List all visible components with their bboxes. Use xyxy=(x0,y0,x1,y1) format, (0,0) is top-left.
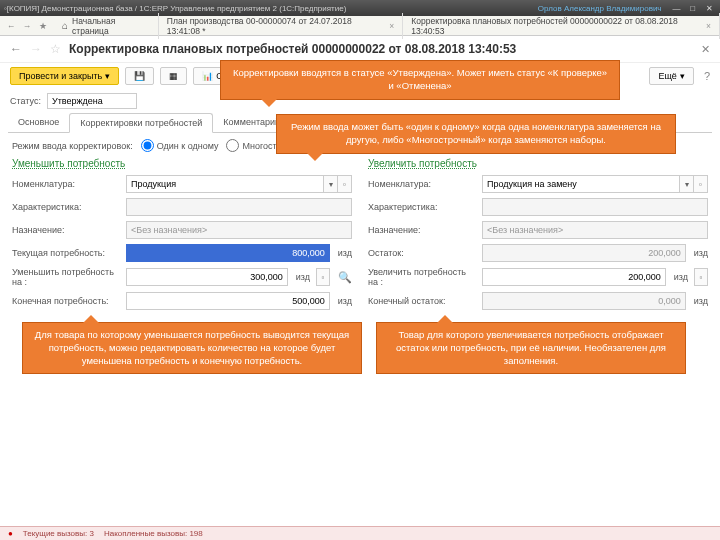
left-current-field[interactable] xyxy=(126,244,330,262)
right-assignment-field xyxy=(482,221,708,239)
nav-fwd-icon[interactable]: → xyxy=(20,19,34,33)
mode-label: Режим ввода корректировок: xyxy=(12,141,133,151)
minimize-icon[interactable]: — xyxy=(670,4,684,13)
back-icon[interactable]: ← xyxy=(10,42,22,56)
left-characteristic-field xyxy=(126,198,352,216)
callout-increase: Товар для которого увеличивается потребн… xyxy=(376,322,686,374)
right-increase-field[interactable] xyxy=(482,268,666,286)
open-icon[interactable]: ▫ xyxy=(338,175,352,193)
status-field[interactable] xyxy=(47,93,137,109)
close-icon[interactable]: ✕ xyxy=(702,4,716,13)
unit-pick-icon[interactable]: ▫ xyxy=(694,268,708,286)
star-icon[interactable]: ☆ xyxy=(50,42,61,56)
accumulated-calls: Накопленные вызовы: 198 xyxy=(104,529,203,538)
decrease-heading: Уменьшить потребность xyxy=(12,158,352,169)
favorite-icon[interactable]: ★ xyxy=(36,19,50,33)
magnifier-icon[interactable]: 🔍 xyxy=(338,271,352,284)
right-final-field xyxy=(482,292,686,310)
tab-plan[interactable]: План производства 00-00000074 от 24.07.2… xyxy=(159,13,403,39)
unit-pick-icon[interactable]: ▫ xyxy=(316,268,330,286)
nav-back-icon[interactable]: ← xyxy=(4,19,18,33)
mode-one-to-one[interactable]: Один к одному xyxy=(141,139,219,152)
post-button[interactable]: ▦ xyxy=(160,67,187,85)
tab-bar: ← → ★ Начальная страница План производст… xyxy=(0,16,720,36)
current-user: Орлов Александр Владимирович xyxy=(538,4,662,13)
open-icon[interactable]: ▫ xyxy=(694,175,708,193)
page-title: Корректировка плановых потребностей 0000… xyxy=(69,42,516,56)
panel-close-icon[interactable]: ✕ xyxy=(701,43,710,56)
decrease-column: Уменьшить потребность Номенклатура:▾▫ Ха… xyxy=(12,158,352,315)
tab-close-icon[interactable]: × xyxy=(706,21,711,31)
left-decrease-field[interactable] xyxy=(126,268,288,286)
status-label: Статус: xyxy=(10,96,41,106)
tab-corrections[interactable]: Корректировки потребностей xyxy=(69,113,213,133)
maximize-icon[interactable]: □ xyxy=(686,4,700,13)
increase-column: Увеличить потребность Номенклатура:▾▫ Ха… xyxy=(368,158,708,315)
tab-home[interactable]: Начальная страница xyxy=(54,13,159,39)
callout-mode: Режим ввода может быть «один к одному» к… xyxy=(276,114,676,154)
help-icon[interactable]: ? xyxy=(704,70,710,82)
tab-correction[interactable]: Корректировка плановых потребностей 0000… xyxy=(403,13,720,39)
document-header: ← → ☆ Корректировка плановых потребносте… xyxy=(0,36,720,63)
window-controls: — □ ✕ xyxy=(670,4,716,13)
status-dot-icon: ● xyxy=(8,529,13,538)
dropdown-icon[interactable]: ▾ xyxy=(680,175,694,193)
more-button[interactable]: Ещё ▾ xyxy=(649,67,693,85)
left-assignment-field xyxy=(126,221,352,239)
tab-main[interactable]: Основное xyxy=(8,113,69,132)
dropdown-icon[interactable]: ▾ xyxy=(324,175,338,193)
right-characteristic-field xyxy=(482,198,708,216)
status-bar: ● Текущие вызовы: 3 Накопленные вызовы: … xyxy=(0,526,720,540)
commit-close-button[interactable]: Провести и закрыть ▾ xyxy=(10,67,119,85)
callout-status: Корректировки вводятся в статусе «Утверж… xyxy=(220,60,620,100)
left-nomenclature-field[interactable] xyxy=(126,175,324,193)
window-title: [КОПИЯ] Демонстрационная база / 1C:ERP У… xyxy=(7,4,346,13)
tab-close-icon[interactable]: × xyxy=(389,21,394,31)
right-nomenclature-field[interactable] xyxy=(482,175,680,193)
right-rest-field xyxy=(482,244,686,262)
forward-icon[interactable]: → xyxy=(30,42,42,56)
current-calls: Текущие вызовы: 3 xyxy=(23,529,94,538)
left-final-field[interactable] xyxy=(126,292,330,310)
chevron-down-icon: ▾ xyxy=(105,71,110,81)
callout-decrease: Для товара по которому уменьшается потре… xyxy=(22,322,362,374)
increase-heading: Увеличить потребность xyxy=(368,158,708,169)
save-button[interactable]: 💾 xyxy=(125,67,154,85)
